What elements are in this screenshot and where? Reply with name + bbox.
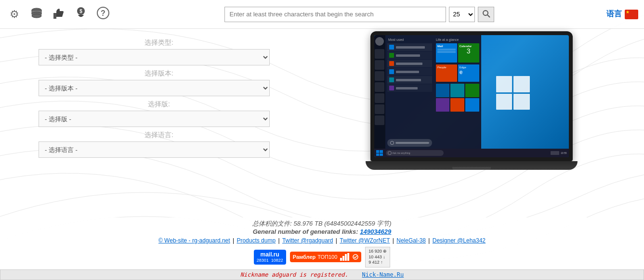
- mailru-badge[interactable]: mail.ru 28301 10822: [254, 250, 286, 265]
- footer-link-designer[interactable]: Designer @Leha342: [433, 237, 486, 244]
- footer-link-twitter-rg[interactable]: Twitter @rgadguard: [282, 237, 333, 244]
- footer-nav-links: © Web-site - rg-adguard.net | Products d…: [0, 236, 644, 245]
- svg-point-4: [32, 14, 41, 18]
- search-area: 25 10 50 100: [112, 7, 606, 22]
- version-filter-label: 选择版本:: [39, 69, 289, 78]
- total-size-text: 总体积的文件: 58.976 TB (64845002442559 字节): [252, 220, 391, 227]
- footer-link-nelegals[interactable]: NeleGal-38: [396, 237, 426, 244]
- search-input[interactable]: [224, 7, 446, 22]
- language-filter-group: 选择语言: - 选择语言 -: [39, 131, 289, 158]
- links-count-text: General number of generated links: 14903…: [253, 228, 392, 235]
- total-size-label: 总体积的文件:: [252, 220, 292, 227]
- header: ⚙: [0, 0, 644, 29]
- footer: 总体积的文件: 58.976 TB (64845002442559 字节) Ge…: [0, 217, 644, 280]
- search-icon: [482, 9, 490, 19]
- laptop-illustration: Most used: [366, 31, 578, 190]
- footer-badges: mail.ru 28301 10822 Рамблер ТОП100 16: [0, 245, 644, 269]
- language-area: 语言: [606, 9, 638, 19]
- stats-line3: 9 412 ↑: [368, 260, 387, 266]
- links-count-label: General number of generated links:: [253, 228, 358, 235]
- svg-rect-14: [347, 253, 349, 261]
- nickname-site-link[interactable]: Nick-Name.Ru: [362, 271, 404, 278]
- svg-point-9: [483, 11, 488, 15]
- gear-icon: ⚙: [10, 8, 19, 21]
- laptop-image-panel: Most used: [299, 34, 644, 232]
- footer-link-products-dump[interactable]: Products dump: [237, 237, 276, 244]
- edition-filter-select[interactable]: - 选择版 -: [39, 111, 270, 127]
- svg-line-10: [487, 15, 490, 17]
- like-icon: [52, 6, 66, 23]
- svg-text:$: $: [79, 9, 82, 14]
- money-icon: $: [74, 6, 88, 23]
- database-icon: [30, 6, 43, 23]
- footer-link-twitter-wz[interactable]: Twitter @WZorNET: [340, 237, 390, 244]
- help-icon: ?: [96, 6, 110, 23]
- edition-filter-label: 选择版:: [39, 100, 289, 109]
- money-icon-button[interactable]: $: [72, 6, 90, 23]
- china-flag-icon[interactable]: [625, 10, 638, 19]
- language-filter-select[interactable]: - 选择语言 -: [39, 141, 270, 158]
- search-button[interactable]: [478, 7, 494, 22]
- type-filter-select[interactable]: - 选择类型 -: [39, 49, 270, 65]
- nickname-bar: Nickname adguard is registered. Nick-Nam…: [0, 269, 644, 280]
- stats-badge: 16 920 ⊕ 10 443 ↓ 9 412 ↑: [365, 247, 390, 267]
- type-filter-label: 选择类型:: [39, 38, 289, 47]
- version-filter-group: 选择版本: - 选择版本 -: [39, 69, 289, 96]
- version-filter-select[interactable]: - 选择版本 -: [39, 80, 270, 96]
- rambler-badge[interactable]: Рамблер ТОП100: [290, 252, 362, 262]
- language-filter-label: 选择语言:: [39, 131, 289, 140]
- laptop-display: Most used: [374, 35, 569, 157]
- toolbar-icons: ⚙: [6, 6, 112, 23]
- svg-text:?: ?: [101, 9, 105, 17]
- database-icon-button[interactable]: [28, 6, 45, 23]
- svg-rect-11: [340, 258, 342, 261]
- links-count-value[interactable]: 149034629: [360, 228, 391, 235]
- language-label: 语言: [606, 9, 622, 19]
- like-icon-button[interactable]: [50, 6, 67, 23]
- footer-link-website[interactable]: © Web-site - rg-adguard.net: [158, 237, 230, 244]
- count-select[interactable]: 25 10 50 100: [449, 7, 475, 22]
- edition-filter-group: 选择版: - 选择版 -: [39, 100, 289, 127]
- stats-line2: 10 443 ↓: [368, 255, 387, 260]
- laptop-screen: Most used: [370, 31, 573, 161]
- help-icon-button[interactable]: ?: [94, 6, 112, 23]
- nickname-text: Nickname adguard is registered.: [240, 271, 348, 278]
- laptop-base: [366, 161, 578, 170]
- gear-icon-button[interactable]: ⚙: [6, 6, 23, 23]
- type-filter-group: 选择类型: - 选择类型 -: [39, 38, 289, 65]
- svg-rect-13: [345, 254, 347, 261]
- filters-panel: 选择类型: - 选择类型 - 选择版本: - 选择版本 - 选择版: - 选择版…: [0, 34, 299, 232]
- total-size-value: 58.976 TB (64845002442559 字节): [294, 220, 392, 227]
- main-content: 选择类型: - 选择类型 - 选择版本: - 选择版本 - 选择版: - 选择版…: [0, 29, 644, 237]
- footer-stats: 总体积的文件: 58.976 TB (64845002442559 字节) Ge…: [0, 217, 644, 236]
- stats-line1: 16 920 ⊕: [368, 249, 387, 255]
- svg-rect-12: [342, 256, 344, 261]
